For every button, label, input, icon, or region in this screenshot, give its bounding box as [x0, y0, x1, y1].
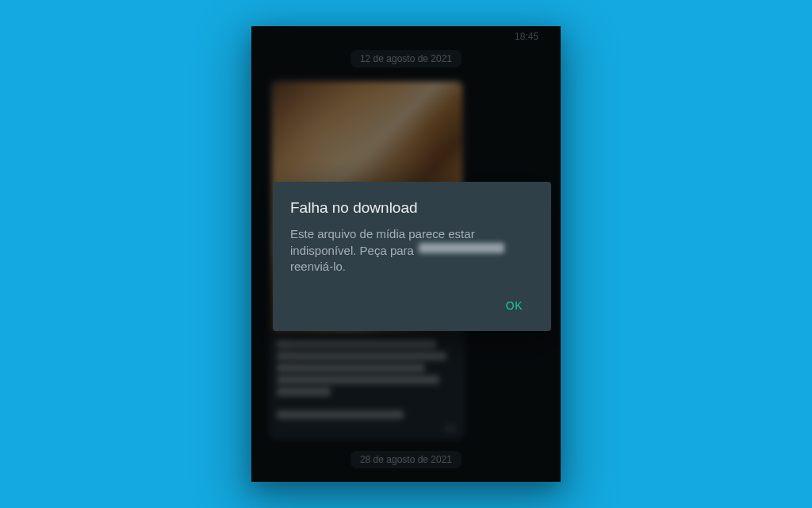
dialog-title: Falha no download: [290, 199, 534, 217]
phone-screenshot: 18:45 12 de agosto de 2021 :51 28 de ago…: [251, 26, 561, 482]
ok-button[interactable]: OK: [495, 291, 534, 320]
dialog-body: Este arquivo de mídia parece estar indis…: [290, 226, 534, 275]
redacted-contact-name: xxxxxxxxx: [419, 243, 504, 253]
dialog-body-suffix: reenviá-lo.: [290, 260, 346, 273]
dialog-actions: OK: [290, 291, 534, 325]
download-failed-dialog: Falha no download Este arquivo de mídia …: [273, 182, 551, 331]
